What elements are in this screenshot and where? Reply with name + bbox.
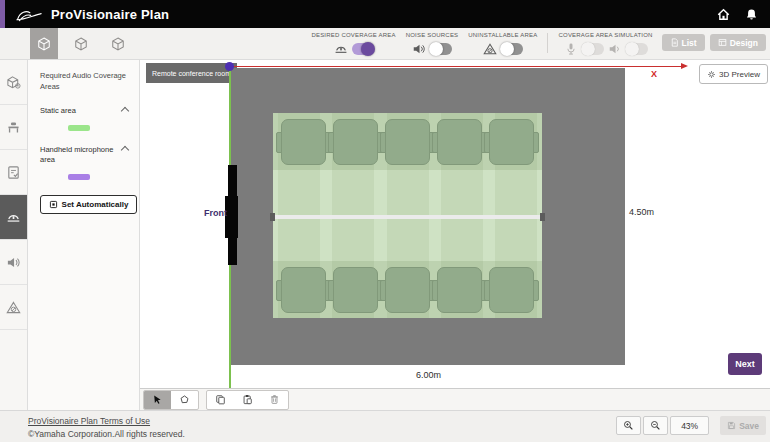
top-bar: ProVisionaire Plan bbox=[0, 0, 770, 28]
chevron-up-icon bbox=[121, 146, 129, 154]
chair[interactable] bbox=[489, 267, 534, 313]
noise-sources-toggle[interactable] bbox=[430, 43, 452, 55]
rail-item-uninstallable-area[interactable] bbox=[0, 285, 27, 330]
static-area-section-header[interactable]: Static area bbox=[40, 106, 131, 116]
home-icon[interactable] bbox=[717, 8, 730, 21]
canvas-tool-strip bbox=[140, 388, 770, 410]
room-floor[interactable] bbox=[230, 68, 625, 365]
coverage-simulation-group: COVERAGE AREA SIMULATION bbox=[558, 30, 652, 55]
preview-3d-button[interactable]: 3D Preview bbox=[699, 64, 768, 84]
design-button-label: Design bbox=[730, 38, 758, 48]
room-width-dimension: 6.00m bbox=[416, 370, 441, 380]
microphone-icon bbox=[564, 42, 578, 55]
static-area-swatch[interactable] bbox=[68, 125, 90, 131]
terms-of-use-link[interactable]: ProVisionaire Plan Terms of Use bbox=[28, 415, 185, 428]
simulation-speaker-toggle bbox=[626, 43, 648, 55]
x-axis-line bbox=[230, 66, 686, 67]
handheld-mic-area-swatch[interactable] bbox=[68, 174, 90, 180]
view-tabs bbox=[30, 28, 132, 59]
plan-canvas[interactable]: Remote conference room X Front 4.50m 6.0… bbox=[140, 60, 770, 410]
footer: ProVisionaire Plan Terms of Use ©Yamaha … bbox=[0, 410, 770, 442]
design-button[interactable]: Design bbox=[710, 34, 766, 51]
seat-row-bottom bbox=[273, 261, 542, 318]
handheld-mic-section-header[interactable]: Handheld microphone area bbox=[40, 145, 131, 165]
auto-set-icon bbox=[49, 200, 58, 209]
toolbar-separator bbox=[547, 33, 548, 53]
uninstallable-area-group: UNINSTALLABLE AREA bbox=[468, 30, 537, 55]
zoom-out-button[interactable] bbox=[643, 416, 668, 435]
seat-row-top bbox=[273, 113, 542, 170]
simulation-mic-toggle bbox=[582, 43, 604, 55]
tab-room-view[interactable] bbox=[104, 28, 132, 59]
app-window: ProVisionaire Plan DESIRED COVERAG bbox=[0, 0, 770, 442]
coverage-areas-panel: Required Audio Coverage Areas Static are… bbox=[28, 60, 140, 410]
preview-3d-label: 3D Preview bbox=[719, 70, 760, 79]
coverage-area[interactable] bbox=[273, 113, 542, 318]
next-button[interactable]: Next bbox=[728, 353, 762, 375]
list-button[interactable]: List bbox=[662, 34, 705, 51]
set-automatically-label: Set Automatically bbox=[62, 200, 129, 209]
save-icon bbox=[727, 421, 736, 430]
zoom-in-button[interactable] bbox=[616, 416, 641, 435]
coverage-simulation-label: COVERAGE AREA SIMULATION bbox=[558, 32, 652, 38]
list-button-label: List bbox=[682, 38, 697, 48]
bell-icon[interactable] bbox=[745, 8, 758, 21]
room-name-tag: Remote conference room bbox=[146, 63, 237, 83]
front-label: Front bbox=[194, 208, 227, 218]
gear-icon bbox=[707, 70, 716, 79]
rail-item-checklist[interactable] bbox=[0, 150, 27, 195]
room-depth-dimension: 4.50m bbox=[629, 207, 654, 217]
handheld-mic-area-label: Handheld microphone area bbox=[40, 145, 120, 165]
chevron-up-icon bbox=[121, 107, 129, 115]
chair[interactable] bbox=[333, 119, 378, 165]
uninstallable-area-label: UNINSTALLABLE AREA bbox=[468, 32, 537, 38]
toggle-controls: DESIRED COVERAGE AREA NOISE SOURCES bbox=[306, 30, 766, 55]
chair[interactable] bbox=[437, 119, 482, 165]
chair[interactable] bbox=[385, 119, 430, 165]
tab-speaker-view[interactable] bbox=[67, 28, 95, 59]
table-end-left bbox=[270, 213, 275, 221]
origin-handle[interactable] bbox=[225, 62, 234, 71]
x-axis-label: X bbox=[651, 69, 657, 79]
desired-coverage-area-label: DESIRED COVERAGE AREA bbox=[311, 32, 395, 38]
brand-accent-stripe bbox=[0, 0, 5, 28]
noise-sources-group: NOISE SOURCES bbox=[406, 30, 459, 55]
select-tool[interactable] bbox=[144, 391, 171, 409]
rail-item-furniture[interactable] bbox=[0, 105, 27, 150]
chair[interactable] bbox=[437, 267, 482, 313]
set-automatically-button[interactable]: Set Automatically bbox=[40, 195, 137, 214]
yamaha-logo-icon bbox=[16, 7, 42, 22]
desired-coverage-area-group: DESIRED COVERAGE AREA bbox=[311, 30, 395, 55]
paste-tool[interactable] bbox=[234, 391, 261, 409]
tab-coverage-view[interactable] bbox=[30, 28, 58, 59]
table-end-right bbox=[540, 213, 545, 221]
app-title: ProVisionaire Plan bbox=[51, 7, 169, 22]
zoom-level-display[interactable]: 43% bbox=[670, 416, 709, 435]
copyright-text: ©Yamaha Corporation.All rights reserved. bbox=[28, 428, 185, 441]
rail-item-coverage-areas[interactable] bbox=[0, 195, 27, 240]
noise-speaker-icon bbox=[412, 42, 426, 55]
view-toolbar: DESIRED COVERAGE AREA NOISE SOURCES bbox=[0, 28, 770, 60]
uninstallable-area-toggle[interactable] bbox=[501, 43, 523, 55]
chair[interactable] bbox=[333, 267, 378, 313]
chair[interactable] bbox=[489, 119, 534, 165]
copy-tool[interactable] bbox=[207, 391, 234, 409]
delete-tool[interactable] bbox=[261, 391, 288, 409]
polygon-tool[interactable] bbox=[171, 391, 198, 409]
save-button[interactable]: Save bbox=[720, 416, 766, 435]
coverage-area-icon bbox=[334, 42, 348, 55]
uninstallable-area-icon bbox=[483, 42, 497, 55]
speaker-icon bbox=[608, 42, 622, 55]
rail-item-room-model[interactable] bbox=[0, 60, 27, 105]
chair[interactable] bbox=[281, 119, 326, 165]
noise-sources-label: NOISE SOURCES bbox=[406, 32, 459, 38]
left-icon-rail bbox=[0, 60, 28, 410]
rail-item-speakers[interactable] bbox=[0, 240, 27, 285]
table-seam bbox=[273, 215, 542, 219]
save-button-label: Save bbox=[739, 421, 759, 431]
static-area-label: Static area bbox=[40, 106, 76, 116]
panel-title: Required Audio Coverage Areas bbox=[40, 71, 131, 92]
desired-coverage-area-toggle[interactable] bbox=[352, 43, 374, 55]
chair[interactable] bbox=[281, 267, 326, 313]
chair[interactable] bbox=[385, 267, 430, 313]
